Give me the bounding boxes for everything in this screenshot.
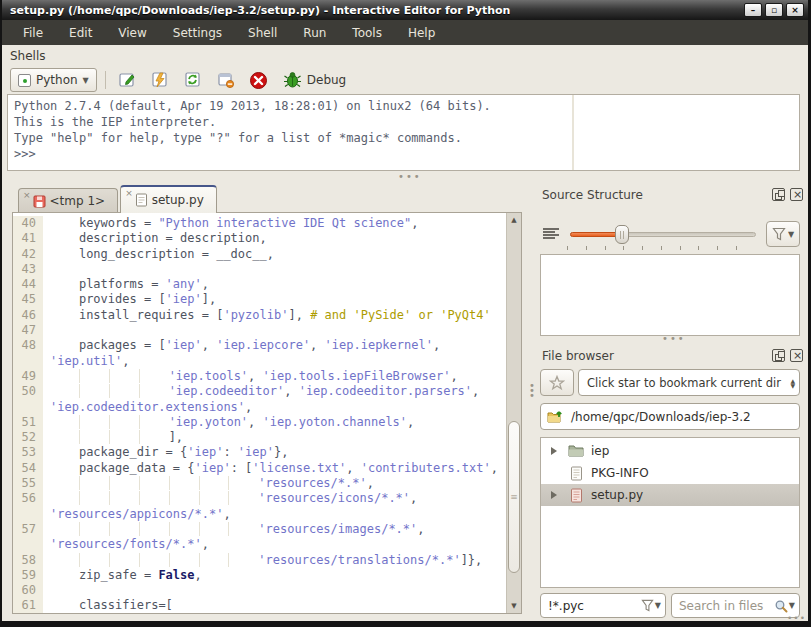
source-structure-panel-buttons — [772, 188, 803, 201]
scroll-up-icon[interactable]: ▲ — [507, 213, 521, 227]
file-browser-title: File browser — [542, 349, 614, 363]
search-placeholder: Search in files — [679, 599, 763, 613]
tab-close-icon[interactable]: × — [23, 191, 31, 200]
shell-status-icon — [18, 74, 31, 87]
bug-icon — [283, 71, 302, 89]
refresh-icon — [184, 71, 202, 89]
shell-line: Type "help" for help, type "?" for a lis… — [14, 130, 566, 146]
source-structure-title: Source Structure — [542, 188, 643, 202]
code-rows[interactable]: 40 keywords = "Python interactive IDE Qt… — [13, 213, 506, 613]
current-path-field[interactable]: /home/qpc/Downloads/iep-3.2 — [540, 403, 800, 430]
chevron-down-icon[interactable]: ▼ — [655, 601, 661, 610]
restart-shell-button[interactable] — [180, 68, 206, 92]
interrupt-shell-button[interactable] — [147, 68, 173, 92]
scrollbar-thumb[interactable] — [508, 421, 520, 573]
menu-shell[interactable]: Shell — [235, 26, 290, 40]
vertical-splitter-handle[interactable]: ••• — [529, 383, 533, 398]
shell-output-text[interactable]: Python 2.7.4 (default, Apr 19 2013, 18:2… — [8, 95, 572, 170]
float-panel-icon[interactable] — [772, 349, 785, 362]
structure-filter-button[interactable]: ▼ — [766, 221, 800, 247]
edit-icon — [118, 71, 136, 89]
tree-row-pkg-info[interactable]: PKG-INFO — [541, 462, 799, 484]
source-structure-toolbar: ▼ — [542, 220, 800, 248]
file-tree[interactable]: iep PKG-INFO setup.py — [540, 437, 800, 588]
python-file-icon — [570, 488, 583, 503]
code-editor[interactable]: 40 keywords = "Python interactive IDE Qt… — [12, 212, 522, 614]
tree-item-label: PKG-INFO — [591, 466, 649, 480]
stop-icon — [249, 71, 268, 90]
shell-prompt: >>> — [14, 146, 566, 162]
window-bottom-frame — [2, 621, 808, 627]
debug-label: Debug — [307, 73, 346, 87]
tab-tmp1[interactable]: × <tmp 1> — [18, 188, 118, 213]
stop-shell-button[interactable] — [246, 68, 272, 92]
funnel-icon — [772, 227, 786, 241]
terminate-shell-button[interactable] — [213, 68, 239, 92]
editor-scrollbar[interactable]: ▲ ▼ — [506, 213, 521, 613]
menu-tools[interactable]: Tools — [339, 26, 395, 40]
shell-output-panel[interactable]: Python 2.7.4 (default, Apr 19 2013, 18:2… — [7, 94, 800, 171]
expander-icon[interactable] — [547, 447, 561, 455]
file-icon — [135, 193, 148, 207]
window-minus-icon — [217, 71, 235, 89]
horizontal-splitter-handle[interactable]: ••• — [398, 175, 422, 179]
file-browser-bottom-row: !*.pyc ▼ Search in files ▼ — [540, 593, 800, 618]
file-browser-panel-buttons — [772, 349, 803, 362]
tree-row-setup-py[interactable]: setup.py — [541, 484, 799, 506]
search-icon[interactable] — [774, 599, 788, 613]
close-panel-icon[interactable] — [790, 349, 803, 362]
expander-icon[interactable] — [547, 491, 561, 499]
bookmark-combo-text: Click star to bookmark current dir — [587, 376, 781, 390]
spinner-arrows-icon[interactable]: ▲▼ — [790, 378, 795, 388]
panel-splitter-handle[interactable]: ••• — [662, 337, 686, 341]
app-window: setup.py (/home/qpc/Downloads/iep-3.2/se… — [0, 0, 811, 627]
debug-button[interactable]: Debug — [283, 71, 346, 89]
tab-label: setup.py — [152, 193, 204, 207]
tree-item-label: setup.py — [591, 488, 643, 502]
tab-close-icon[interactable]: × — [125, 189, 133, 198]
structure-depth-slider[interactable] — [570, 221, 756, 247]
close-button[interactable]: × — [786, 3, 804, 17]
structure-lines-icon — [542, 226, 560, 242]
source-structure-list[interactable] — [540, 254, 800, 336]
bookmark-combobox[interactable]: Click star to bookmark current dir ▲▼ — [578, 369, 800, 396]
filename-filter-input[interactable]: !*.pyc ▼ — [540, 593, 666, 618]
shell-secondary-pane — [574, 95, 799, 170]
edit-shell-config-button[interactable] — [114, 68, 140, 92]
bookmark-star-button[interactable] — [540, 369, 574, 396]
window-title: setup.py (/home/qpc/Downloads/iep-3.2/se… — [10, 4, 741, 17]
menu-file[interactable]: File — [10, 26, 56, 40]
funnel-icon[interactable] — [641, 599, 654, 612]
menu-help[interactable]: Help — [395, 26, 448, 40]
lightning-icon — [151, 71, 169, 89]
chevron-down-icon[interactable]: ▼ — [789, 601, 795, 610]
scroll-down-icon[interactable]: ▼ — [507, 599, 521, 613]
shell-toolbar: Python ▼ — [10, 67, 346, 93]
minimize-button[interactable]: – — [744, 3, 762, 17]
star-icon — [549, 375, 565, 391]
menu-view[interactable]: View — [105, 26, 159, 40]
shells-section-label: Shells — [10, 49, 46, 63]
menubar: File Edit View Settings Shell Run Tools … — [2, 20, 808, 45]
slider-handle[interactable] — [615, 225, 629, 244]
chevron-down-icon: ▼ — [788, 230, 794, 239]
menu-run[interactable]: Run — [290, 26, 339, 40]
python-shell-button[interactable]: Python ▼ — [10, 68, 97, 92]
menu-settings[interactable]: Settings — [160, 26, 235, 40]
folder-up-icon[interactable] — [547, 409, 564, 425]
maximize-button[interactable]: ▫ — [765, 3, 783, 17]
tree-item-label: iep — [591, 444, 609, 458]
shell-line: Python 2.7.4 (default, Apr 19 2013, 18:2… — [14, 98, 566, 114]
tree-row-iep[interactable]: iep — [541, 440, 799, 462]
shell-line: This is the IEP interpreter. — [14, 114, 566, 130]
slider-ticks — [567, 246, 737, 250]
search-in-files-input[interactable]: Search in files ▼ — [671, 593, 800, 618]
chevron-down-icon: ▼ — [83, 76, 89, 85]
unsaved-file-icon — [33, 195, 46, 208]
resize-grip[interactable]: ••• — [787, 617, 806, 620]
folder-icon — [568, 444, 585, 458]
close-panel-icon[interactable] — [790, 188, 803, 201]
tab-setup-py[interactable]: × setup.py — [120, 185, 217, 213]
float-panel-icon[interactable] — [772, 188, 785, 201]
menu-edit[interactable]: Edit — [56, 26, 105, 40]
